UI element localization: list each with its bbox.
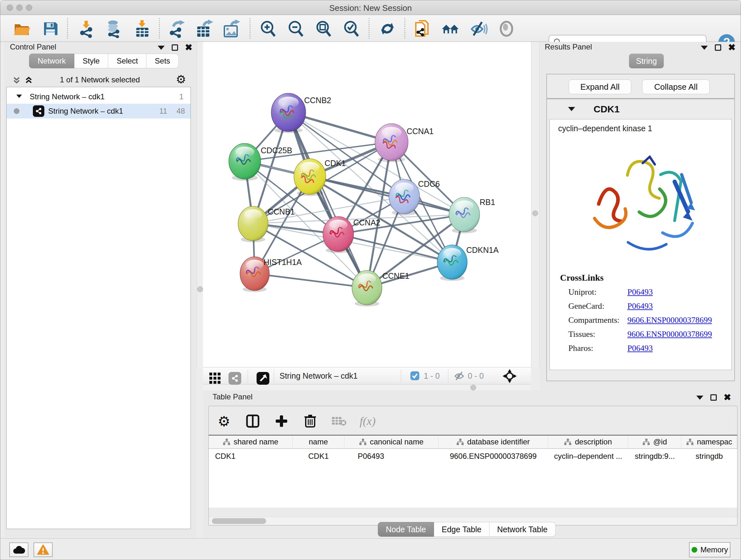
table-row[interactable]: CDK1CDK1P064939606.ENSP00000378699cyclin…: [209, 449, 737, 463]
network-node-ccnb1[interactable]: [238, 206, 268, 241]
crosslink-link[interactable]: P06493: [627, 301, 653, 311]
import-table-file-button[interactable]: [133, 19, 151, 38]
maximize-panel-icon[interactable]: [711, 394, 717, 401]
crosslink-link[interactable]: 9606.ENSP00000378699: [627, 315, 712, 325]
string-import-button[interactable]: [413, 19, 431, 38]
hidden-eye-slash-icon[interactable]: [454, 371, 465, 383]
delete-column-trash-icon[interactable]: [301, 412, 319, 430]
scrollbar-thumb[interactable]: [212, 518, 266, 524]
expand-all-button[interactable]: Expand All: [569, 79, 631, 94]
open-in-window-icon[interactable]: [254, 369, 272, 387]
float-panel-icon[interactable]: [696, 395, 703, 400]
network-node-cdkn1a[interactable]: [437, 245, 467, 279]
function-builder-icon[interactable]: f(x): [359, 412, 377, 430]
collection-caret-icon[interactable]: [16, 95, 22, 98]
network-row[interactable]: String Network – cdk1 11 48: [7, 104, 191, 118]
node-entry-header[interactable]: CDK1: [547, 99, 734, 119]
table-cell[interactable]: stringdb:9...: [628, 449, 681, 463]
maximize-panel-icon[interactable]: [172, 44, 178, 51]
column-header-description[interactable]: description: [548, 435, 628, 448]
network-node-ccne1[interactable]: [352, 270, 382, 305]
refresh-button[interactable]: [378, 19, 397, 38]
network-share-icon[interactable]: [226, 369, 244, 387]
network-node-cdc25b[interactable]: [229, 143, 261, 179]
home-layout-button[interactable]: [441, 19, 460, 38]
network-options-gear-icon[interactable]: ⚙: [176, 74, 186, 85]
column-header-canonical-name[interactable]: canonical name: [344, 435, 439, 448]
network-node-cdc6[interactable]: [389, 179, 420, 214]
cloud-status-button[interactable]: [9, 543, 28, 557]
zoom-selected-button[interactable]: [342, 19, 360, 38]
import-network-database-button[interactable]: [105, 19, 123, 38]
tab-node-table[interactable]: Node Table: [378, 522, 434, 537]
export-network-button[interactable]: [167, 19, 186, 38]
table-cell[interactable]: CDK1: [209, 449, 293, 463]
table-cell[interactable]: cyclin–dependent ...: [548, 449, 628, 463]
tab-style[interactable]: Style: [74, 54, 108, 68]
export-table-button[interactable]: [195, 19, 213, 38]
close-panel-icon[interactable]: ✖: [185, 44, 192, 51]
tab-select[interactable]: Select: [108, 54, 146, 68]
bottom-splitter[interactable]: [203, 384, 531, 390]
table-cell[interactable]: 9606.ENSP00000378699: [439, 449, 548, 463]
crosslink-link[interactable]: P06493: [627, 287, 653, 297]
float-panel-icon[interactable]: [158, 46, 165, 50]
hide-panels-button[interactable]: [469, 19, 488, 38]
crosslink-link[interactable]: P06493: [627, 344, 653, 353]
network-node-rb1[interactable]: [449, 197, 480, 232]
column-header-namespac[interactable]: namespac: [681, 435, 737, 448]
delete-table-icon[interactable]: [330, 412, 348, 430]
column-header--id[interactable]: @id: [628, 435, 681, 448]
table-cell[interactable]: stringdb: [681, 449, 737, 463]
column-header-shared-name[interactable]: shared name: [209, 435, 293, 448]
fit-content-crosshair-icon[interactable]: [502, 369, 517, 385]
float-panel-icon[interactable]: [701, 46, 708, 50]
tab-string[interactable]: String: [629, 54, 664, 68]
zoom-out-button[interactable]: [286, 19, 305, 38]
column-settings-gear-icon[interactable]: ⚙: [215, 412, 233, 430]
network-edge[interactable]: [255, 273, 367, 288]
close-panel-icon[interactable]: ✖: [728, 44, 736, 51]
zoom-in-button[interactable]: [259, 19, 277, 38]
network-collection-row[interactable]: String Network – cdk1 1: [7, 90, 191, 104]
node-table[interactable]: shared namenamecanonical namedatabase id…: [209, 435, 737, 508]
right-splitter[interactable]: [531, 42, 540, 367]
zoom-fit-button[interactable]: [314, 19, 333, 38]
column-header-database-identifier[interactable]: database identifier: [439, 435, 548, 448]
open-session-button[interactable]: [12, 19, 31, 38]
table-cell[interactable]: P06493: [344, 449, 439, 463]
crosslink-link[interactable]: 9606.ENSP00000378699: [627, 329, 712, 339]
selected-checkbox-icon[interactable]: [410, 371, 420, 382]
save-session-button[interactable]: [41, 19, 60, 38]
create-column-plus-icon[interactable]: [273, 412, 290, 430]
left-splitter[interactable]: [197, 42, 203, 367]
network-node-cdk1[interactable]: [294, 159, 326, 194]
maximize-panel-icon[interactable]: [715, 44, 721, 51]
network-node-ccna1[interactable]: [375, 124, 408, 161]
tab-network[interactable]: Network: [29, 54, 74, 68]
network-node-ccna2[interactable]: [323, 216, 354, 252]
network-node-ccnb2[interactable]: [271, 93, 306, 132]
import-network-file-button[interactable]: [77, 19, 96, 38]
splitter-handle[interactable]: [470, 385, 476, 390]
tab-network-table[interactable]: Network Table: [489, 522, 556, 537]
splitter-handle[interactable]: [197, 287, 203, 292]
splitter-handle[interactable]: [532, 210, 538, 216]
grid-view-icon[interactable]: [206, 369, 224, 387]
export-image-button[interactable]: [222, 19, 240, 38]
tab-sets[interactable]: Sets: [146, 54, 179, 68]
string-network-graph[interactable]: CCNB2CCNA1CDC25BCDK1CDC6RB1CCNB1CCNA2CDK…: [203, 42, 531, 367]
collapse-all-button[interactable]: Collapse All: [642, 79, 710, 94]
memory-button[interactable]: Memory: [689, 542, 731, 557]
warnings-button[interactable]: [33, 543, 53, 557]
table-cell[interactable]: CDK1: [293, 449, 344, 463]
network-canvas[interactable]: CCNB2CCNA1CDC25BCDK1CDC6RB1CCNB1CCNA2CDK…: [203, 42, 531, 367]
entry-caret-icon[interactable]: [568, 107, 575, 111]
column-header-name[interactable]: name: [293, 435, 344, 448]
show-columns-icon[interactable]: [244, 412, 262, 430]
tab-edge-table[interactable]: Edge Table: [434, 522, 489, 537]
expand-all-icon[interactable]: [24, 76, 33, 85]
collapse-all-icon[interactable]: [12, 76, 21, 85]
close-panel-icon[interactable]: ✖: [724, 394, 731, 401]
show-panel-button[interactable]: [497, 19, 516, 38]
